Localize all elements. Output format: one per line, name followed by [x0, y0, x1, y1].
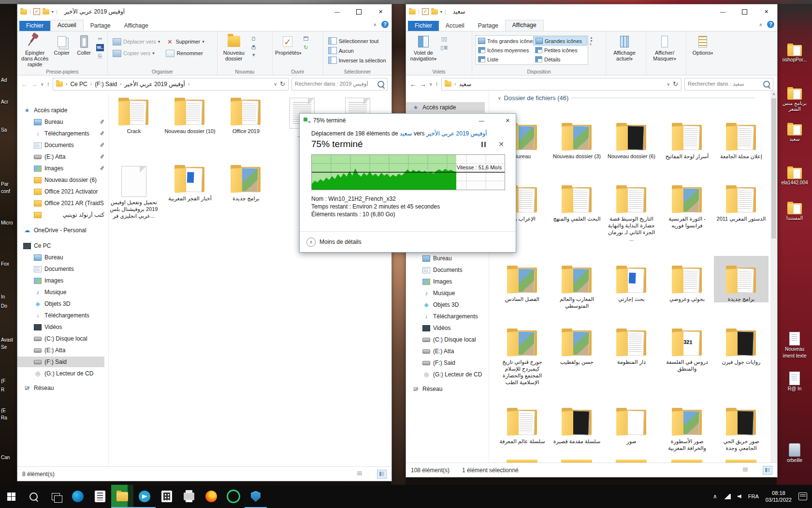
sidebar-item-office-2021-ar[interactable]: Office 2021 AR (TraidS [17, 198, 104, 209]
sidebar-item-objets-3d[interactable]: ◆Objets 3D [406, 299, 485, 310]
sidebar-item-quick-access[interactable]: ★Accès rapide [406, 102, 485, 113]
copy-to-button[interactable]: Copier vers▾ [111, 48, 162, 59]
thumbnail-view-toggle[interactable] [377, 470, 387, 478]
grid-item[interactable]: صور [604, 398, 659, 445]
delete-button[interactable]: ✕Supprimer▾ [164, 36, 206, 47]
group-header[interactable]: ∨ Dossier de fichiers (46) [498, 94, 755, 102]
sidebar-item-ce-pc[interactable]: Ce PC [17, 240, 104, 251]
sidebar-item-drive-c[interactable]: (C:) Disque local [17, 333, 104, 344]
paste-shortcut-icon[interactable]: ⎘ [96, 53, 104, 60]
sidebar-item-bureau[interactable]: Bureau [406, 253, 485, 264]
properties-button[interactable]: ✓Propriétés▾ [275, 33, 301, 57]
desktop-label-fragment[interactable]: R [1, 387, 4, 392]
grid-item[interactable]: دار المنظومة [604, 319, 659, 365]
maximize-button[interactable] [734, 4, 755, 19]
dialog-close-button[interactable]: ✕ [506, 118, 510, 124]
grid-item[interactable]: بحث إجازتي [604, 256, 659, 302]
taskbar-telegram-button[interactable] [133, 485, 156, 508]
desktop-label-fragment[interactable]: Ra [1, 415, 7, 420]
qat-customize-chevron-icon[interactable]: ▾ [440, 10, 442, 14]
view-option-list[interactable]: Liste [476, 55, 533, 64]
select-none-button[interactable]: Aucun [326, 46, 388, 55]
action-center-icon[interactable] [798, 493, 807, 500]
title-bar[interactable]: | ✓ ▾| أوفيس 2019 عربي الأخير — ✕ [17, 4, 392, 19]
tab-affichage[interactable]: Affichage [117, 21, 155, 31]
grid-item[interactable]: البحث العلمي والمنهج [550, 176, 604, 222]
sidebar-item-bureau[interactable]: Bureau [17, 252, 104, 263]
close-button[interactable]: ✕ [755, 4, 777, 19]
tab-accueil[interactable]: Accueil [439, 21, 471, 31]
sidebar-item-drive-e[interactable]: (E:) Atta [17, 151, 104, 162]
help-icon[interactable]: ? [381, 21, 389, 28]
desktop-label-fragment[interactable]: Acr [1, 99, 8, 105]
minimize-button[interactable]: — [326, 4, 348, 19]
file-item-tahmil[interactable]: تحميل وتفعيل اوفيس 2019 بروفيشنال بلس ..… [107, 166, 160, 219]
breadcrumb[interactable]: أوفيس 2019 عربي الأخير [124, 81, 185, 88]
thumbnail-view-toggle[interactable] [763, 466, 772, 475]
sidebar-item-images[interactable]: Images [17, 163, 104, 174]
desktop-icon-shamela[interactable]: ela1442.004 [779, 168, 810, 186]
dialog-minimize-button[interactable]: — [479, 118, 484, 123]
sidebar-item-videos[interactable]: Vidéos [406, 323, 485, 333]
sidebar-item-objets-3d[interactable]: ◆Objets 3D [17, 299, 104, 309]
minimize-button[interactable]: — [712, 4, 734, 19]
scrollbar-thumb[interactable] [771, 98, 776, 239]
taskbar-shield-app-button[interactable] [245, 485, 267, 508]
file-item-akhbar[interactable]: أخبار الفجر المغربية [163, 166, 217, 202]
details-view-toggle[interactable] [355, 470, 364, 478]
taskbar-file-explorer-button[interactable] [111, 485, 133, 508]
desktop-label-fragment[interactable]: Sa [1, 127, 7, 133]
grid-item[interactable]: صور الأسطورة والخرافة المغربية [660, 398, 714, 451]
address-bar[interactable]: › سعيد ∨ ↻ [441, 78, 682, 90]
desktop-icon-documents-shortcut[interactable]: المستندا [779, 203, 810, 221]
speaker-icon[interactable] [738, 494, 741, 498]
rename-button[interactable]: Renommer [164, 48, 206, 59]
back-icon[interactable]: ← [21, 80, 28, 88]
title-bar[interactable]: | ✓ ▾| سعيد — ✕ [406, 4, 777, 19]
up-icon[interactable]: ↑ [435, 80, 439, 88]
taskbar-printer-button[interactable] [178, 485, 200, 508]
desktop-label-fragment[interactable]: (F [1, 378, 5, 384]
desktop-label-fragment[interactable]: conf [1, 189, 10, 194]
sidebar-item-drive-e[interactable]: (E:) Atta [406, 346, 485, 357]
back-icon[interactable]: ← [410, 80, 417, 88]
current-view-button[interactable]: Affichage actuel▾ [608, 33, 641, 63]
invert-selection-button[interactable]: Inverser la sélection [326, 56, 388, 65]
address-dropdown-icon[interactable]: ∨ [274, 82, 277, 87]
taskbar-firefox-button[interactable] [200, 485, 222, 508]
desktop-icon-photoshop-portable[interactable]: oshopPor... [779, 45, 810, 63]
taskbar-reader-app-button[interactable] [89, 485, 111, 508]
sidebar-item-drive-f[interactable]: (F:) Said [17, 357, 104, 367]
sidebar-item-onedrive[interactable]: ☁OneDrive - Personal [17, 225, 104, 236]
grid-item[interactable]: حسن بولقطيب [550, 319, 604, 365]
quick-access-toolbar[interactable]: | ✓ ▾| [17, 8, 60, 15]
new-folder-button[interactable]: Nouveau dossier [219, 33, 248, 62]
desktop-icon-recycle-bin[interactable]: orbeille [779, 443, 810, 463]
properties-check-icon[interactable]: ✓ [422, 8, 429, 15]
view-option-medium-icons[interactable]: Icônes moyennes [476, 45, 533, 55]
address-dropdown-icon[interactable]: ∨ [667, 82, 670, 87]
sidebar-item-documents[interactable]: Documents [406, 265, 485, 275]
desktop-label-fragment[interactable]: Do [1, 303, 7, 309]
grid-item-selected[interactable]: برامج جديدة [714, 256, 768, 302]
select-all-button[interactable]: Sélectionner tout [326, 36, 388, 45]
layout-scroll-up-icon[interactable]: ▲ [590, 36, 593, 39]
help-icon[interactable]: ? [767, 21, 774, 28]
move-to-button[interactable]: Déplacer vers▾ [111, 36, 162, 47]
cancel-button[interactable]: ✕ [498, 140, 504, 148]
taskbar-grid-app-button[interactable] [156, 485, 178, 508]
desktop-label-fragment[interactable]: Can [1, 455, 10, 460]
new-item-icon[interactable]: 🗋▾ [250, 35, 258, 43]
show-hide-button[interactable]: Afficher/ Masquer▾ [648, 33, 681, 63]
sidebar-item-cd[interactable]: ◎(G:) Lecteur de CD [406, 369, 485, 380]
search-input[interactable]: Rechercher dans : سعيد [684, 78, 773, 90]
view-option-details[interactable]: Détails [533, 55, 587, 64]
grid-item[interactable]: Nouveau dossier (3) [550, 113, 604, 160]
copy-path-icon[interactable]: W.. [96, 44, 104, 51]
sidebar-item-documents[interactable]: Documents [17, 264, 104, 274]
search-input[interactable]: Rechercher dans : أوفيس 2019 [291, 78, 388, 90]
clock[interactable]: 08:18 03/11/2022 [766, 490, 792, 503]
tab-accueil[interactable]: Accueil [50, 20, 84, 31]
vertical-scrollbar[interactable]: ∧ [770, 90, 777, 463]
desktop-label-fragment[interactable]: Avast [1, 337, 13, 343]
